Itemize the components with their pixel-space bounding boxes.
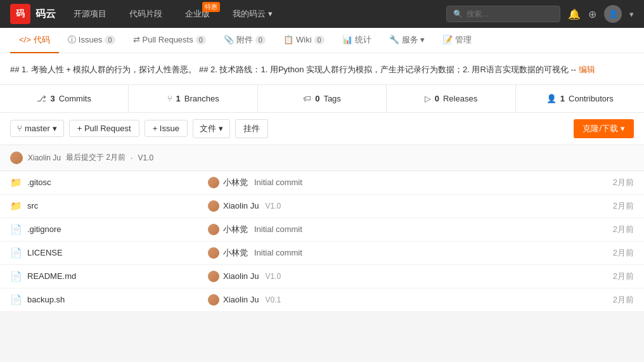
file-name: backup.sh — [27, 295, 65, 304]
hot-badge: 特惠 — [202, 2, 220, 12]
tags-icon: 🏷 — [303, 94, 311, 103]
code-icon: </> — [19, 35, 31, 44]
stat-tags[interactable]: 🏷 0 Tags — [258, 85, 387, 112]
wiki-badge: 0 — [314, 36, 325, 44]
search-input[interactable] — [467, 10, 555, 18]
commit-user-cell: 小林觉 Initial commit — [208, 247, 515, 259]
user-avatar[interactable]: 👤 — [604, 5, 622, 23]
commit-user: Xiaolin Ju — [28, 153, 61, 162]
nav-open-source[interactable]: 开源项目 — [68, 6, 112, 22]
logo[interactable]: 码 码云 — [10, 4, 56, 24]
description-text: ## 1. 考验人性 + 模拟人群的行为，探讨人性善恶。 ## 2. 技术路线：… — [10, 65, 579, 74]
committer-name: Xiaolin Ju — [223, 271, 259, 281]
table-row: 📄 README.md Xiaolin Ju V1.0 2月前 — [0, 264, 644, 288]
commit-message: Initial commit — [254, 224, 302, 234]
commit-time-cell: 2月前 — [525, 217, 644, 241]
committer-avatar — [208, 271, 219, 282]
table-row: 📄 backup.sh Xiaolin Ju V0.1 2月前 — [0, 288, 644, 311]
file-icon: 📄 — [10, 271, 22, 282]
commit-version: V1.0 — [138, 153, 153, 162]
issues-icon: ⓘ — [68, 34, 76, 46]
plus-icon[interactable]: ⊕ — [588, 8, 596, 20]
bell-icon[interactable]: 🔔 — [568, 8, 581, 20]
folder-icon: 📁 — [10, 177, 22, 188]
latest-commit-bar: Xiaolin Ju 最后提交于 2月前 · V1.0 — [0, 145, 644, 171]
commit-user-cell: Xiaolin Ju V0.1 — [208, 294, 515, 306]
commit-user-cell: Xiaolin Ju V1.0 — [208, 271, 515, 282]
file-table: 📁 .gitosc 小林觉 Initial commit 2月前 📁 src X… — [0, 171, 644, 312]
subnav-services[interactable]: 🔧 服务 ▾ — [380, 28, 434, 53]
committer-name: Xiaolin Ju — [223, 295, 259, 304]
header-right: 🔍 🔔 ⊕ 👤 ▾ — [446, 5, 634, 23]
stat-releases[interactable]: ▷ 0 Releases — [387, 85, 515, 112]
commit-time-cell: 2月前 — [525, 194, 644, 217]
contributors-icon: 👤 — [546, 94, 557, 103]
file-name-cell[interactable]: 📄 README.md — [10, 271, 188, 282]
pull-request-button[interactable]: + Pull Request — [69, 120, 139, 137]
subnav-manage[interactable]: 📝 管理 — [434, 28, 480, 53]
subnav-code[interactable]: </> 代码 — [10, 28, 59, 53]
search-icon: 🔍 — [453, 10, 463, 18]
folder-icon: 📁 — [10, 200, 22, 212]
file-name: LICENSE — [27, 248, 63, 257]
file-label: 文件 — [200, 123, 216, 134]
subnav-prs[interactable]: ⇄ Pull Requests 0 — [124, 28, 215, 53]
description-area: ## 1. 考验人性 + 模拟人群的行为，探讨人性善恶。 ## 2. 技术路线：… — [0, 53, 644, 85]
commits-label: Commits — [59, 94, 91, 103]
file-icon: 📄 — [10, 224, 22, 235]
attachment-badge: 0 — [255, 36, 266, 44]
clone-button[interactable]: 克隆/下载 ▾ — [574, 119, 634, 138]
file-name-cell[interactable]: 📁 .gitosc — [10, 177, 188, 188]
stat-commits[interactable]: ⎇ 3 Commits — [0, 85, 129, 112]
committer-avatar — [208, 200, 219, 212]
commit-time-cell: 2月前 — [525, 241, 644, 264]
nav-my-gitee[interactable]: 我的码云 ▾ — [228, 6, 278, 22]
committer-avatar — [208, 224, 219, 235]
file-name-cell[interactable]: 📄 .gitignore — [10, 224, 188, 235]
issues-badge: 0 — [105, 36, 115, 44]
tags-count: 0 — [315, 94, 319, 103]
nav-code-snippets[interactable]: 代码片段 — [124, 6, 167, 22]
file-name-cell[interactable]: 📁 src — [10, 200, 188, 212]
nav-enterprise[interactable]: 企业版 特惠 — [180, 6, 215, 22]
stat-contributors[interactable]: 👤 1 Contributors — [516, 85, 644, 112]
file-dropdown[interactable]: 文件 ▾ — [193, 119, 230, 138]
main-content: ## 1. 考验人性 + 模拟人群的行为，探讨人性善恶。 ## 2. 技术路线：… — [0, 53, 644, 312]
commit-version-tag: V1.0 — [265, 202, 281, 210]
subnav-attachments[interactable]: 📎 附件 0 — [215, 28, 274, 53]
edit-link[interactable]: 编辑 — [579, 65, 595, 74]
tags-label: Tags — [323, 94, 340, 103]
committer-name: 小林觉 — [223, 224, 248, 235]
clone-label: 克隆/下载 — [583, 123, 618, 134]
logo-text: 码云 — [35, 8, 56, 21]
committer-avatar — [208, 247, 219, 259]
issue-button[interactable]: + Issue — [145, 120, 188, 137]
file-name: .gitignore — [27, 224, 61, 234]
table-row: 📄 .gitignore 小林觉 Initial commit 2月前 — [0, 217, 644, 241]
commit-version-tag: V0.1 — [265, 295, 281, 304]
subnav-issues[interactable]: ⓘ Issues 0 — [59, 28, 124, 53]
table-row: 📁 src Xiaolin Ju V1.0 2月前 — [0, 194, 644, 217]
commit-user-cell: 小林觉 Initial commit — [208, 224, 515, 235]
commit-message: Initial commit — [254, 178, 302, 187]
commit-version-tag: V1.0 — [265, 272, 281, 281]
widget-button[interactable]: 挂件 — [235, 119, 268, 138]
stats-icon: 📊 — [342, 35, 352, 44]
commits-icon: ⎇ — [37, 94, 46, 103]
committer-name: 小林觉 — [223, 247, 248, 259]
subnav-stats[interactable]: 📊 统计 — [333, 28, 380, 53]
committer-avatar — [208, 177, 219, 188]
branch-selector[interactable]: ⑂ master ▾ — [10, 120, 64, 137]
file-icon: 📄 — [10, 294, 22, 306]
stat-branches[interactable]: ⑂ 1 Branches — [129, 85, 257, 112]
committer-name: 小林觉 — [223, 177, 248, 188]
avatar-dropdown-icon[interactable]: ▾ — [629, 10, 634, 19]
search-box[interactable]: 🔍 — [446, 6, 560, 22]
file-name-cell[interactable]: 📄 backup.sh — [10, 294, 188, 306]
contributors-count: 1 — [560, 94, 565, 103]
subnav-wiki[interactable]: 📋 Wiki 0 — [274, 28, 333, 53]
branches-label: Branches — [184, 94, 219, 103]
file-name-cell[interactable]: 📄 LICENSE — [10, 247, 188, 259]
branches-icon: ⑂ — [167, 94, 172, 103]
logo-icon: 码 — [10, 4, 30, 24]
